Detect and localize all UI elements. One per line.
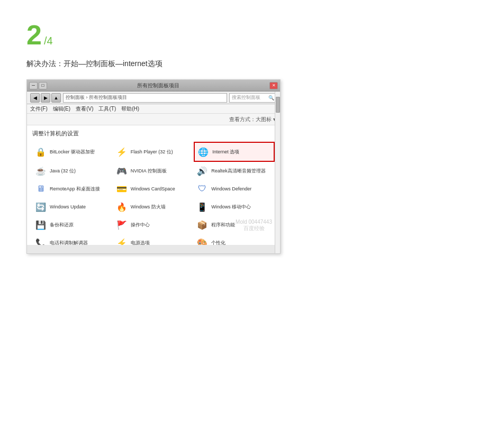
cp-label-11: Windows 移动中心 xyxy=(211,204,251,210)
cp-item-0[interactable]: 🔒BitLocker 驱动器加密 xyxy=(32,142,113,162)
window-title: 所有控制面板项目 xyxy=(47,82,269,89)
cp-label-15: 电话和调制解调器 xyxy=(50,240,88,245)
cp-icon-16: ⚡ xyxy=(115,236,128,245)
cp-label-6: RemoteApp 和桌面连接 xyxy=(50,186,100,192)
cp-item-2[interactable]: 🌐Internet 选项 xyxy=(194,142,275,162)
window-left-buttons: ─ □ xyxy=(29,82,47,89)
cp-item-6[interactable]: 🖥RemoteApp 和桌面连接 xyxy=(32,180,113,198)
forward-button[interactable]: ▶ xyxy=(41,93,50,103)
cp-icon-6: 🖥 xyxy=(34,182,47,195)
cp-label-10: Windows 防火墙 xyxy=(131,204,166,210)
cp-item-8[interactable]: 🛡Windows Defender xyxy=(194,180,275,198)
cp-item-3[interactable]: ☕Java (32 位) xyxy=(32,162,113,180)
content-title: 调整计算机的设置 xyxy=(32,130,275,138)
watermark: Mold 00447443 百度经验 xyxy=(236,219,272,232)
cp-icon-11: 📱 xyxy=(196,200,209,213)
address-bar: ◀ ▶ ▲ 控制面板 › 所有控制面板项目 搜索控制面板 🔍 xyxy=(27,92,280,104)
cp-label-0: BitLocker 驱动器加密 xyxy=(50,149,95,155)
cp-icon-17: 🎨 xyxy=(196,236,209,245)
cp-icon-14: 📦 xyxy=(196,218,209,231)
up-button[interactable]: ▲ xyxy=(51,93,61,103)
cp-label-16: 电源选项 xyxy=(131,240,150,245)
cp-item-13[interactable]: 🚩操作中心 xyxy=(113,216,194,234)
step-number: 2 xyxy=(26,21,42,49)
toolbar: 查看方式：大图标 ▾ xyxy=(27,114,280,125)
menu-help[interactable]: 帮助(H) xyxy=(121,105,139,113)
window-controls: ✕ xyxy=(269,82,278,89)
cp-item-12[interactable]: 💾备份和还原 xyxy=(32,216,113,234)
cp-item-16[interactable]: ⚡电源选项 xyxy=(113,234,194,245)
search-placeholder: 搜索控制面板 xyxy=(232,94,260,101)
cp-label-9: Windows Update xyxy=(50,204,86,210)
close-button[interactable]: ✕ xyxy=(269,82,278,89)
cp-icon-12: 💾 xyxy=(34,218,47,231)
cp-item-9[interactable]: 🔄Windows Update xyxy=(32,198,113,216)
cp-label-17: 个性化 xyxy=(211,240,225,245)
cp-label-2: Internet 选项 xyxy=(212,149,239,155)
cp-item-17[interactable]: 🎨个性化 xyxy=(194,234,275,245)
view-label[interactable]: 查看方式：大图标 ▾ xyxy=(229,116,276,123)
cp-label-1: Flash Player (32 位) xyxy=(131,149,173,155)
breadcrumb: 控制面板 › 所有控制面板项目 xyxy=(66,94,127,101)
cp-item-15[interactable]: 📞电话和调制解调器 xyxy=(32,234,113,245)
cp-label-8: Windows Defender xyxy=(211,186,251,192)
cp-icon-1: ⚡ xyxy=(115,145,128,158)
window-titlebar: ─ □ 所有控制面板项目 ✕ xyxy=(27,80,280,92)
search-box[interactable]: 搜索控制面板 🔍 xyxy=(229,93,277,103)
cp-item-5[interactable]: 🔊Realtek高清晰音频管理器 xyxy=(194,162,275,180)
cp-label-14: 程序和功能 xyxy=(211,222,235,228)
minimize-button[interactable]: ─ xyxy=(29,82,38,89)
menu-bar: 文件(F) 编辑(E) 查看(V) 工具(T) 帮助(H) xyxy=(27,104,280,114)
menu-tools[interactable]: 工具(T) xyxy=(98,105,116,113)
step-total: /4 xyxy=(44,35,53,47)
scrollbar[interactable] xyxy=(275,92,280,253)
menu-edit[interactable]: 编辑(E) xyxy=(53,105,70,113)
cp-icon-10: 🔥 xyxy=(115,200,128,213)
cp-item-1[interactable]: ⚡Flash Player (32 位) xyxy=(113,142,194,162)
nav-buttons: ◀ ▶ ▲ xyxy=(30,93,61,103)
cp-icon-15: 📞 xyxy=(34,236,47,245)
watermark-line1: Mold 00447443 xyxy=(236,219,272,225)
page-container: 2 /4 解决办法：开始—控制面板—internet选项 ─ □ 所有控制面板项… xyxy=(0,0,488,448)
scrollbar-thumb[interactable] xyxy=(276,97,280,113)
menu-file[interactable]: 文件(F) xyxy=(30,105,48,113)
watermark-line2: 百度经验 xyxy=(236,225,272,232)
screenshot-window: ─ □ 所有控制面板项目 ✕ ◀ ▶ ▲ 控制面板 › 所有控制面板项目 搜索控… xyxy=(26,79,281,254)
cp-item-11[interactable]: 📱Windows 移动中心 xyxy=(194,198,275,216)
maximize-button[interactable]: □ xyxy=(39,82,47,89)
cp-icon-7: 💳 xyxy=(115,182,128,195)
cp-icon-9: 🔄 xyxy=(34,200,47,213)
cp-icon-8: 🛡 xyxy=(196,182,209,195)
cp-icon-0: 🔒 xyxy=(34,145,47,158)
step-header: 2 /4 xyxy=(26,21,462,49)
cp-icon-13: 🚩 xyxy=(115,218,128,231)
menu-view[interactable]: 查看(V) xyxy=(76,105,93,113)
cp-label-4: NVIDIA 控制面板 xyxy=(131,168,167,174)
cp-label-7: Windows CardSpace xyxy=(131,186,175,192)
cp-item-4[interactable]: 🎮NVIDIA 控制面板 xyxy=(113,162,194,180)
cp-icon-5: 🔊 xyxy=(196,164,209,177)
cp-label-3: Java (32 位) xyxy=(50,168,76,174)
cp-icon-2: 🌐 xyxy=(197,145,210,158)
cp-icon-3: ☕ xyxy=(34,164,47,177)
cp-item-7[interactable]: 💳Windows CardSpace xyxy=(113,180,194,198)
cp-item-10[interactable]: 🔥Windows 防火墙 xyxy=(113,198,194,216)
back-button[interactable]: ◀ xyxy=(30,93,40,103)
search-icon: 🔍 xyxy=(268,95,274,100)
address-field[interactable]: 控制面板 › 所有控制面板项目 xyxy=(63,93,227,103)
step-description: 解决办法：开始—控制面板—internet选项 xyxy=(26,59,462,69)
cp-icon-4: 🎮 xyxy=(115,164,128,177)
cp-label-12: 备份和还原 xyxy=(50,222,74,228)
cp-label-13: 操作中心 xyxy=(131,222,150,228)
cp-label-5: Realtek高清晰音频管理器 xyxy=(211,168,266,174)
